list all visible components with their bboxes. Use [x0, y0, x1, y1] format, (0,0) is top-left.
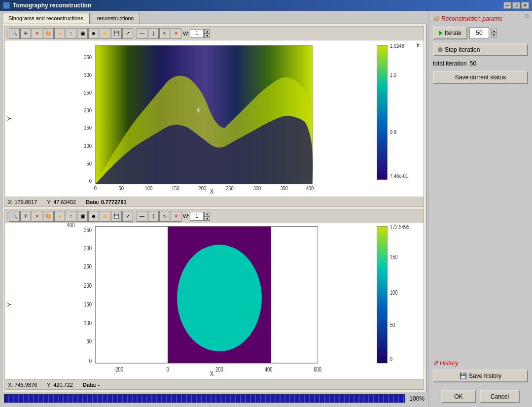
- tab-sinograms[interactable]: Sinograms and reconstructions: [2, 13, 90, 24]
- play-icon: [439, 31, 443, 35]
- save-history-label: Save history: [469, 373, 501, 379]
- stop-label: Stop Iteration: [445, 46, 480, 53]
- plot-area: 🔍 ✛ ✕ 🎨 ● ↑ ▣ ☻ ⊞ 💾 ↗ — | ∿ ✕ W:: [2, 24, 426, 392]
- save-history-btn[interactable]: 💾 Save history: [433, 370, 528, 382]
- svg-text:0: 0: [94, 186, 97, 192]
- iter-down[interactable]: ▼: [491, 33, 497, 37]
- zoom-btn-2[interactable]: 🔍: [9, 211, 20, 222]
- export-btn-1[interactable]: ↗: [122, 28, 133, 39]
- move-btn-2[interactable]: ✛: [20, 211, 31, 222]
- history-section: ↺ History 💾 Save history: [433, 360, 528, 382]
- cancel-btn[interactable]: Cancel: [480, 390, 520, 403]
- save-btn-2[interactable]: 💾: [111, 211, 122, 222]
- x-btn-1[interactable]: ✕: [171, 28, 181, 39]
- svg-text:250: 250: [84, 263, 92, 270]
- w-down-2[interactable]: ▼: [204, 216, 210, 221]
- svg-text:0: 0: [89, 358, 92, 364]
- ok-btn[interactable]: OK: [441, 390, 476, 403]
- spacer: [433, 88, 528, 356]
- iter-up[interactable]: ▲: [491, 29, 497, 33]
- svg-text:50: 50: [87, 338, 92, 344]
- w-spin-1[interactable]: ▲ ▼: [204, 29, 210, 38]
- app-icon: [3, 2, 10, 9]
- svg-text:✛: ✛: [196, 106, 201, 113]
- progress-bar: [4, 394, 405, 403]
- progress-area: 100%: [2, 392, 426, 405]
- w-up-1[interactable]: ▲: [204, 29, 210, 34]
- plot-content-2: Y X 0 50 100 150 200 250 300 350 400 -20: [5, 223, 424, 379]
- grid-btn-1[interactable]: ⊞: [100, 28, 110, 39]
- total-iter-value: 50: [470, 60, 476, 67]
- pipe-btn-2[interactable]: |: [148, 211, 159, 222]
- close-btn[interactable]: ✕: [521, 2, 529, 9]
- svg-point-45: [177, 245, 262, 352]
- arrow-btn-1[interactable]: ↑: [66, 28, 76, 39]
- restore-icon[interactable]: ⧉: [525, 13, 529, 19]
- svg-rect-21: [377, 45, 388, 180]
- tab-bar: Sinograms and reconstructions reconstruc…: [2, 13, 426, 24]
- x-btn-2[interactable]: ✕: [171, 211, 181, 222]
- iter-count-input[interactable]: 50: [469, 27, 489, 39]
- mask-btn-2[interactable]: ▣: [77, 211, 88, 222]
- minus-btn-1[interactable]: —: [137, 28, 147, 39]
- face-btn-1[interactable]: ☻: [88, 28, 99, 39]
- svg-text:300: 300: [253, 186, 261, 192]
- svg-text:200: 200: [215, 366, 223, 373]
- iter-spin[interactable]: ▲ ▼: [491, 29, 497, 37]
- curve-btn-2[interactable]: ∿: [159, 211, 170, 222]
- status-y-1: Y: 47.63402: [47, 199, 76, 205]
- total-iter-label: total iteration: [433, 60, 467, 67]
- iterate-row: Iterate 50 ▲ ▼: [433, 27, 528, 39]
- w-input-2[interactable]: 1: [190, 212, 204, 221]
- it-label: It: [417, 42, 420, 48]
- minimize-btn[interactable]: —: [503, 2, 511, 9]
- w-spin-2[interactable]: ▲ ▼: [204, 212, 210, 221]
- window-title: Tomography reconstruction: [13, 2, 91, 9]
- svg-text:350: 350: [280, 186, 288, 192]
- recon-params-label: Reconstruction params: [441, 15, 502, 22]
- svg-text:300: 300: [84, 245, 92, 251]
- move-btn-1[interactable]: ✛: [20, 28, 31, 39]
- stop-iteration-btn[interactable]: Stop Iteration: [433, 43, 528, 56]
- color-btn-1[interactable]: 🎨: [43, 28, 54, 39]
- status-x-1: X: 179.8017: [8, 199, 37, 205]
- svg-text:X: X: [210, 370, 213, 378]
- minus-btn-2[interactable]: —: [137, 211, 147, 222]
- iterate-btn[interactable]: Iterate: [433, 27, 467, 39]
- color-btn-2[interactable]: 🎨: [43, 211, 54, 222]
- save-status-btn[interactable]: Save current status: [433, 71, 528, 84]
- circle-btn-2[interactable]: ●: [54, 211, 65, 222]
- grid-btn-2[interactable]: ⊞: [100, 211, 110, 222]
- w-down-1[interactable]: ▼: [204, 34, 210, 38]
- arrow-btn-2[interactable]: ↑: [66, 211, 76, 222]
- mask-btn-1[interactable]: ▣: [77, 28, 88, 39]
- title-bar: Tomography reconstruction — □ ✕: [0, 0, 532, 11]
- save-btn-1[interactable]: 💾: [111, 28, 122, 39]
- w-up-2[interactable]: ▲: [204, 212, 210, 216]
- status-y-2: Y: 420.722: [47, 382, 73, 388]
- circle-btn-1[interactable]: ●: [54, 28, 65, 39]
- right-panel: ⧉ ⚙ Reconstruction params Iterate 50 ▲ ▼…: [428, 11, 532, 407]
- maximize-btn[interactable]: □: [512, 2, 520, 9]
- svg-text:50: 50: [119, 186, 124, 192]
- delete-btn-1[interactable]: ✕: [32, 28, 42, 39]
- zoom-btn-1[interactable]: 🔍: [9, 28, 20, 39]
- svg-rect-47: [377, 227, 388, 363]
- svg-text:200: 200: [84, 107, 92, 113]
- bottom-buttons: OK Cancel: [433, 390, 528, 403]
- delete-btn-2[interactable]: ✕: [32, 211, 42, 222]
- svg-text:150: 150: [390, 254, 398, 260]
- svg-text:100: 100: [84, 320, 92, 326]
- tab-reconstructions[interactable]: reconstructions: [91, 13, 141, 24]
- curve-btn-1[interactable]: ∿: [159, 28, 170, 39]
- total-iter-row: total iteration 50: [433, 60, 528, 67]
- w-label-1: W:: [183, 31, 189, 36]
- svg-text:250: 250: [84, 90, 92, 96]
- export-btn-2[interactable]: ↗: [122, 211, 133, 222]
- svg-text:100: 100: [84, 143, 92, 149]
- pipe-btn-1[interactable]: |: [148, 28, 159, 39]
- w-input-1[interactable]: 1: [190, 29, 204, 38]
- face-btn-2[interactable]: ☻: [88, 211, 99, 222]
- iterate-label: Iterate: [445, 30, 461, 36]
- status-data-1: Data: 0.7772791: [86, 199, 127, 205]
